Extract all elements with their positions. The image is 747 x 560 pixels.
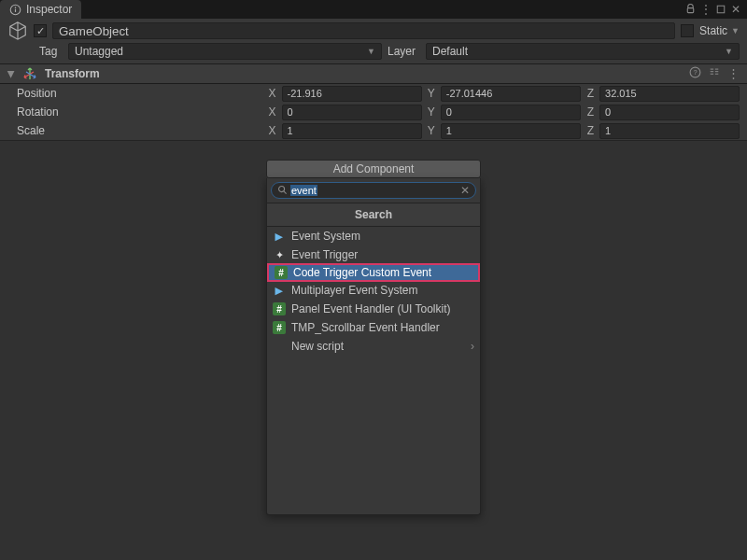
z-label: Z <box>586 105 594 119</box>
position-row: Position X Y Z <box>0 84 747 103</box>
rotation-row: Rotation X Y Z <box>0 103 747 121</box>
object-name-input[interactable] <box>52 22 675 39</box>
static-checkbox[interactable] <box>681 24 694 37</box>
search-result-item[interactable]: #Code Trigger Custom Event <box>267 263 480 282</box>
clear-search-icon[interactable]: ✕ <box>460 184 470 197</box>
close-icon[interactable]: ✕ <box>729 3 741 15</box>
search-input[interactable]: event ✕ <box>271 182 476 199</box>
position-label: Position <box>7 87 262 100</box>
static-label: Static ▼ <box>699 24 740 37</box>
blank-icon <box>273 340 286 353</box>
inspector-panel: Static ▼ Tag Untagged ▼ Layer Default ▼ … <box>0 19 747 541</box>
svg-rect-9 <box>711 74 713 75</box>
search-result-item[interactable]: ◀Event System <box>267 227 480 245</box>
scale-y-input[interactable] <box>441 123 581 139</box>
svg-rect-8 <box>711 71 713 72</box>
lock-icon[interactable] <box>684 3 697 15</box>
search-text: event <box>290 185 317 196</box>
layer-label: Layer <box>388 45 420 58</box>
inspector-tab[interactable]: Inspector <box>0 0 81 19</box>
position-x-input[interactable] <box>282 86 422 102</box>
event-trigger-icon: ✦ <box>273 248 286 261</box>
chevron-right-icon: › <box>471 340 474 353</box>
search-row: event ✕ <box>267 178 480 203</box>
svg-line-14 <box>284 191 286 193</box>
chevron-down-icon: ▼ <box>367 47 375 56</box>
svg-rect-11 <box>715 71 718 72</box>
y-label: Y <box>428 105 435 119</box>
result-label: Event Trigger <box>291 248 358 261</box>
scale-x-input[interactable] <box>282 123 422 139</box>
add-component-button[interactable]: Add Component <box>266 160 481 178</box>
active-checkbox[interactable] <box>34 24 47 37</box>
maximize-icon[interactable] <box>714 3 726 15</box>
transform-title: Transform <box>45 67 682 80</box>
scale-row: Scale X Y Z <box>0 121 747 140</box>
search-result-item[interactable]: New script› <box>267 337 480 356</box>
svg-rect-12 <box>715 74 718 75</box>
position-y-input[interactable] <box>441 86 581 102</box>
z-label: Z <box>586 87 594 100</box>
scale-z-input[interactable] <box>599 123 740 139</box>
component-search-popup: event ✕ Search ◀Event System✦Event Trigg… <box>266 178 481 515</box>
svg-rect-10 <box>715 69 718 70</box>
window-controls: ⋮ ✕ <box>684 3 741 15</box>
svg-rect-7 <box>711 69 713 70</box>
menu-icon[interactable]: ⋮ <box>699 3 712 15</box>
result-label: TMP_Scrollbar Event Handler <box>291 321 440 334</box>
z-label: Z <box>586 124 594 137</box>
result-list: ◀Event System✦Event Trigger#Code Trigger… <box>267 227 480 514</box>
tab-title: Inspector <box>26 3 72 16</box>
search-result-item[interactable]: ✦Event Trigger <box>267 245 480 264</box>
gameobject-header: Static ▼ <box>0 19 747 43</box>
transform-icon <box>22 66 37 81</box>
x-label: X <box>268 87 275 100</box>
event-system-icon: ◀ <box>273 284 286 297</box>
event-system-icon: ◀ <box>273 230 286 243</box>
x-label: X <box>268 124 275 137</box>
result-label: Multiplayer Event System <box>291 284 417 297</box>
search-section-title: Search <box>267 203 480 227</box>
transform-header[interactable]: ▶ Transform ? ⋮ <box>0 63 747 84</box>
layer-dropdown[interactable]: Default ▼ <box>426 43 740 60</box>
search-result-item[interactable]: ◀Multiplayer Event System <box>267 281 480 300</box>
gameobject-icon[interactable] <box>7 21 28 41</box>
y-label: Y <box>428 124 435 137</box>
component-area: Add Component event ✕ Search ◀Event Syst… <box>0 140 747 541</box>
script-icon: # <box>275 266 288 279</box>
component-controls: ? ⋮ <box>689 66 740 81</box>
svg-point-13 <box>279 186 285 191</box>
x-label: X <box>268 105 275 119</box>
svg-rect-3 <box>687 8 693 13</box>
rotation-label: Rotation <box>7 105 262 119</box>
svg-text:?: ? <box>693 68 697 77</box>
scale-label: Scale <box>7 124 262 137</box>
search-result-item[interactable]: #Panel Event Handler (UI Toolkit) <box>267 300 480 318</box>
rotation-x-input[interactable] <box>282 105 422 120</box>
preset-icon[interactable] <box>709 66 720 81</box>
script-icon: # <box>273 302 286 315</box>
tag-layer-row: Tag Untagged ▼ Layer Default ▼ <box>0 43 747 63</box>
info-icon <box>9 4 21 16</box>
rotation-z-input[interactable] <box>599 105 740 120</box>
search-result-item[interactable]: #TMP_Scrollbar Event Handler <box>267 318 480 337</box>
script-icon: # <box>273 321 286 334</box>
svg-point-1 <box>15 7 17 8</box>
y-label: Y <box>428 87 435 100</box>
result-label: Panel Event Handler (UI Toolkit) <box>291 302 451 315</box>
static-dropdown-icon[interactable]: ▼ <box>731 26 740 35</box>
tab-bar: Inspector ⋮ ✕ <box>0 0 747 19</box>
svg-rect-2 <box>15 8 16 11</box>
tag-label: Tag <box>39 45 63 58</box>
tag-dropdown[interactable]: Untagged ▼ <box>68 43 382 60</box>
position-z-input[interactable] <box>599 86 740 102</box>
result-label: Code Trigger Custom Event <box>293 266 431 279</box>
rotation-y-input[interactable] <box>441 105 581 120</box>
result-label: New script <box>291 340 344 353</box>
help-icon[interactable]: ? <box>689 66 701 81</box>
chevron-down-icon: ▼ <box>725 47 733 56</box>
result-label: Event System <box>291 230 360 243</box>
expand-icon[interactable]: ▶ <box>7 70 17 77</box>
search-icon <box>277 185 288 197</box>
kebab-icon[interactable]: ⋮ <box>727 66 740 81</box>
